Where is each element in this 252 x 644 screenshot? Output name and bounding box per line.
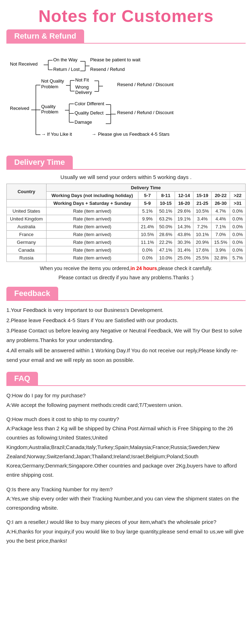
faq-answer: A:Hi,thanks for your inquiry,if you woul… — [6, 527, 246, 546]
quality-problem-label: Problem — [41, 109, 58, 114]
wd-header: Working Days (not including holiday) — [46, 192, 138, 200]
delivery-note-after: ,please check it carefully. — [157, 265, 212, 271]
delivery-table-cell: 0.0% — [230, 223, 246, 231]
refund-diagram: Not Received On the Way Return / Lost Pl… — [6, 48, 246, 149]
delivery-table-cell: 10.1% — [193, 231, 212, 239]
delivery-table-row: United KingdomRate (item arrived)9.9%63.… — [7, 215, 246, 223]
delivery-table-cell: 28.6% — [157, 231, 175, 239]
refund-divider — [6, 43, 246, 44]
delivery-table-cell: 14.3% — [175, 223, 193, 231]
delivery-table-cell: 5.7% — [230, 254, 246, 262]
delivery-table-cell: 4.7% — [212, 207, 230, 215]
feedback-point: 1.Your Feedback is very Important to our… — [6, 305, 246, 315]
delivery-table-cell: Australia — [7, 223, 46, 231]
delivery-table-cell: 17.6% — [193, 246, 212, 254]
delivery-table-cell: 15.5% — [212, 239, 230, 246]
delivery-note2: Please contact us directly if you have a… — [6, 275, 246, 280]
faq-block: Q:How do I pay for my purchase?A:We acce… — [6, 391, 246, 545]
delivery-table-cell: Rate (item arrived) — [46, 223, 138, 231]
delivery-note: When you receive the items you ordered,i… — [6, 265, 246, 271]
delivery-table-cell: 50.1% — [157, 207, 175, 215]
faq-question: Q:How much does it cost to ship to my co… — [6, 415, 246, 424]
delivery-table-cell: Germany — [7, 239, 46, 246]
delivery-table-cell: 0.0% — [230, 239, 246, 246]
delivery-table-cell: 3.4% — [193, 215, 212, 223]
delivery-table-row: GermanyRate (item arrived)11.1%22.2%30.3… — [7, 239, 246, 246]
col-8-11: 8-11 — [157, 192, 175, 200]
damage-label: Damage — [75, 119, 92, 125]
delivery-table-cell: 7.2% — [193, 223, 212, 231]
delivery-table-cell: 7.0% — [212, 231, 230, 239]
delivery-table-cell: 0.0% — [230, 215, 246, 223]
refund-header: Return & Refund — [6, 29, 84, 43]
delivery-table-cell: 47.1% — [157, 246, 175, 254]
refund-diagram-svg: Not Received On the Way Return / Lost Pl… — [6, 51, 245, 147]
feedback-point: 2.Please leave Feedback 4-5 Stars if You… — [6, 315, 246, 325]
delivery-table-cell: 50.0% — [157, 223, 175, 231]
return-lost-label: Return / Lost — [53, 67, 80, 72]
delivery-table: Country Delivery Time Working Days (not … — [6, 184, 246, 262]
delivery-table-cell: 21.4% — [138, 223, 157, 231]
feedback-header: Feedback — [6, 287, 58, 300]
delivery-table-cell: 43.8% — [175, 231, 193, 239]
if-you-like-arrow2: → — [92, 131, 96, 137]
delivery-table-cell: Rate (item arrived) — [46, 215, 138, 223]
resend-refund-discount-label1: Resend / Refund / Discount — [117, 82, 174, 87]
delivery-table-cell: 19.1% — [175, 215, 193, 223]
delivery-table-row: CanadaRate (item arrived)0.0%47.1%31.4%1… — [7, 246, 246, 254]
page-title: Notes for Customers — [0, 0, 252, 29]
delivery-table-row: AustraliaRate (item arrived)21.4%50.0%14… — [7, 223, 246, 231]
col-10-15: 10-15 — [157, 200, 175, 207]
faq-question: Q:Is there any Tracking Number for my it… — [6, 485, 246, 494]
delivery-table-cell: 0.0% — [230, 207, 246, 215]
col-22plus: >22 — [230, 192, 246, 200]
faq-answer: A:Package less than 2 Kg will be shipped… — [6, 424, 246, 480]
delivery-table-cell: 63.2% — [157, 215, 175, 223]
col-26-30: 26-30 — [212, 200, 230, 207]
delivery-table-cell: United Kingdom — [7, 215, 46, 223]
delivery-table-cell: 0.0% — [230, 231, 246, 239]
delivery-table-cell: 10.0% — [157, 254, 175, 262]
delivery-table-cell: Rate (item arrived) — [46, 246, 138, 254]
delivery-table-cell: 4.4% — [212, 215, 230, 223]
resend-refund-label: Resend / Refund — [90, 67, 125, 72]
delivery-table-cell: 25.0% — [175, 254, 193, 262]
delivery-table-cell: 29.6% — [175, 207, 193, 215]
received-label: Received — [10, 106, 29, 111]
delivery-table-cell: 25.5% — [193, 254, 212, 262]
delivery-table-cell: 10.5% — [138, 231, 157, 239]
col-15-19: 15-19 — [193, 192, 212, 200]
delivery-table-cell: 31.4% — [175, 246, 193, 254]
on-the-way-label: On the Way — [53, 57, 78, 62]
delivery-table-header-row3: Working Days + Saturday + Sunday 5-9 10-… — [7, 200, 246, 207]
feedback-point: 4.All emails will be answered within 1 W… — [6, 346, 246, 365]
delivery-table-cell: 30.3% — [175, 239, 193, 246]
feedback-divider — [6, 300, 246, 301]
delivery-table-cell: Rate (item arrived) — [46, 231, 138, 239]
faq-divider — [6, 385, 246, 386]
delivery-table-row: FranceRate (item arrived)10.5%28.6%43.8%… — [7, 231, 246, 239]
delivery-note-before: When you receive the items you ordered, — [40, 265, 130, 271]
delivery-table-cell: 5.1% — [138, 207, 157, 215]
delivery-divider — [6, 169, 246, 170]
delivery-table-cell: 7.1% — [212, 223, 230, 231]
delivery-table-cell: 0.0% — [230, 246, 246, 254]
wrong-label: Wrong — [75, 84, 89, 90]
delivery-table-cell: United States — [7, 207, 46, 215]
not-received-label: Not Received — [10, 61, 38, 67]
col-5-7: 5-7 — [138, 192, 157, 200]
quality-defect-label: Quality Defect — [75, 110, 104, 116]
delivery-table-cell: Russia — [7, 254, 46, 262]
col-12-14: 12-14 — [175, 192, 193, 200]
delivery-table-cell: 32.8% — [212, 254, 230, 262]
delivery-table-cell: 11.1% — [138, 239, 157, 246]
col-21-25: 21-25 — [193, 200, 212, 207]
color-different-label: Color Different — [75, 101, 104, 106]
delivery-table-header-row1: Country Delivery Time — [7, 184, 246, 192]
faq-header: FAQ — [6, 372, 38, 385]
delivery-note-highlight: in 24 hours — [131, 265, 157, 271]
not-quality-label: Not Quality — [41, 78, 64, 84]
not-quality-problem-label: Problem — [41, 84, 58, 89]
please-feedback-label: Please give us Feedback 4-5 Stars — [98, 131, 170, 137]
feedback-point: 3.Please Contact us before leaving any N… — [6, 326, 246, 345]
